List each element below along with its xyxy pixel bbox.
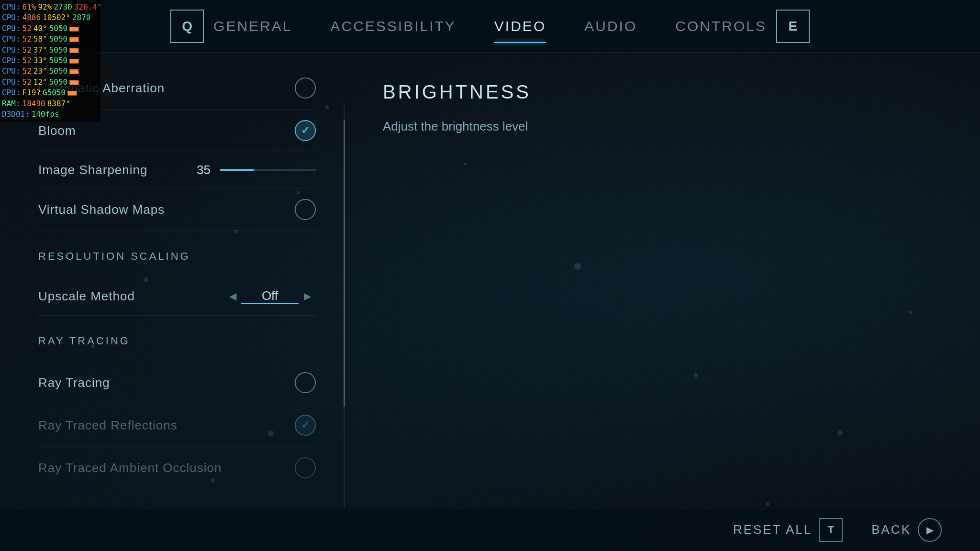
nav-bar: Q GENERAL ACCESSIBILITY VIDEO AUDIO CONT…: [0, 0, 980, 53]
nav-key-q[interactable]: Q: [170, 10, 204, 43]
setting-row-ray-tracing: Ray Tracing: [38, 362, 316, 404]
ray-tracing-header: RAY TRACING: [38, 335, 316, 352]
info-panel: BRIGHTNESS Adjust the brightness level: [345, 53, 980, 551]
bloom-toggle[interactable]: [295, 120, 316, 141]
tab-controls[interactable]: CONTROLS: [675, 13, 767, 39]
ray-tracing-label: Ray Tracing: [38, 375, 110, 390]
ray-tracing-toggle[interactable]: [295, 372, 316, 393]
info-title: BRIGHTNESS: [383, 81, 942, 103]
bottom-bar: RESET ALL T BACK ▶: [0, 508, 980, 551]
upscale-method-selector: ◀ Off ▶: [224, 287, 316, 305]
back-key-badge: ▶: [918, 518, 942, 542]
image-sharpening-value: 35: [187, 163, 211, 177]
nav-tabs: GENERAL ACCESSIBILITY VIDEO AUDIO CONTRO…: [213, 13, 767, 39]
cpu-overlay: CPU:61%92%2730326.4° CPU:488610502°2870 …: [0, 0, 100, 121]
tab-accessibility[interactable]: ACCESSIBILITY: [330, 13, 456, 39]
back-label: BACK: [871, 522, 911, 537]
tab-video[interactable]: VIDEO: [494, 13, 546, 39]
setting-row-upscale-method: Upscale Method ◀ Off ▶: [38, 277, 316, 316]
resolution-scaling-header: RESOLUTION SCALING: [38, 250, 316, 267]
upscale-method-arrow-right[interactable]: ▶: [299, 287, 316, 305]
back-action[interactable]: BACK ▶: [871, 518, 942, 542]
info-description: Adjust the brightness level: [383, 117, 942, 136]
image-sharpening-slider-container: 35: [187, 163, 316, 177]
reset-all-label: RESET ALL: [733, 522, 812, 537]
image-sharpening-slider[interactable]: [220, 169, 316, 171]
ray-traced-ambient-occlusion-toggle[interactable]: [295, 457, 316, 478]
upscale-method-arrow-left[interactable]: ◀: [224, 287, 241, 305]
setting-row-image-sharpening: Image Sharpening 35: [38, 152, 316, 188]
nav-key-e[interactable]: E: [776, 10, 810, 43]
reset-all-key-badge: T: [819, 518, 843, 542]
image-sharpening-label: Image Sharpening: [38, 163, 147, 177]
upscale-method-label: Upscale Method: [38, 289, 135, 304]
bloom-label: Bloom: [38, 123, 76, 138]
chromatic-aberration-toggle[interactable]: [295, 77, 316, 99]
virtual-shadow-maps-label: Virtual Shadow Maps: [38, 202, 165, 217]
upscale-method-value: Off: [241, 288, 299, 304]
main-content: Chromatic Aberration Bloom Image Sharpen…: [0, 53, 980, 551]
ray-traced-ambient-occlusion-label: Ray Traced Ambient Occlusion: [38, 461, 222, 475]
virtual-shadow-maps-toggle[interactable]: [295, 199, 316, 220]
scroll-indicator: [344, 105, 345, 551]
reset-all-action[interactable]: RESET ALL T: [733, 518, 843, 542]
tab-audio[interactable]: AUDIO: [584, 13, 637, 39]
scroll-thumb[interactable]: [344, 120, 345, 407]
setting-row-ray-traced-reflections: Ray Traced Reflections: [38, 404, 316, 447]
setting-row-ray-traced-ambient-occlusion: Ray Traced Ambient Occlusion: [38, 447, 316, 489]
ray-traced-reflections-label: Ray Traced Reflections: [38, 418, 178, 433]
settings-panel[interactable]: Chromatic Aberration Bloom Image Sharpen…: [0, 53, 345, 551]
setting-row-virtual-shadow-maps: Virtual Shadow Maps: [38, 188, 316, 231]
tab-general[interactable]: GENERAL: [213, 13, 292, 39]
ray-traced-reflections-toggle[interactable]: [295, 415, 316, 436]
